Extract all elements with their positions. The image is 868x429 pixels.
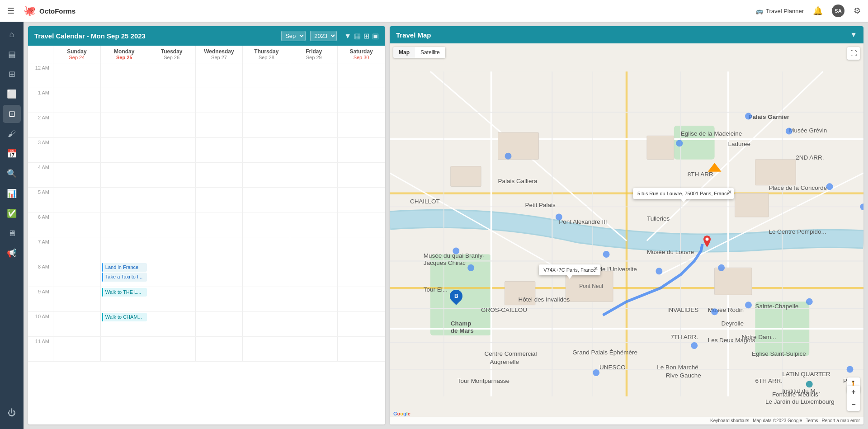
cal-cell-9-4[interactable] (243, 287, 290, 311)
cal-cell-2-3[interactable] (196, 113, 243, 137)
cal-cell-5-3[interactable] (196, 188, 243, 212)
cal-cell-8-5[interactable] (290, 262, 338, 287)
cal-cell-3-6[interactable] (338, 138, 385, 162)
map-pin-b[interactable]: B (450, 290, 462, 302)
cal-cell-4-2[interactable] (148, 163, 196, 187)
cal-cell-4-4[interactable] (243, 163, 290, 187)
cal-cell-8-3[interactable] (196, 262, 243, 287)
cal-cell-6-3[interactable] (196, 212, 243, 237)
cal-cell-4-5[interactable] (290, 163, 338, 187)
sidebar-item-monitor[interactable]: 🖥 (3, 224, 21, 242)
cal-cell-0-3[interactable] (196, 63, 243, 88)
cal-cell-3-5[interactable] (290, 138, 338, 162)
cal-cell-6-2[interactable] (148, 212, 196, 237)
popup-close-1[interactable]: ✕ (727, 189, 732, 195)
cal-cell-7-4[interactable] (243, 237, 290, 262)
cal-cell-3-4[interactable] (243, 138, 290, 162)
cal-cell-7-1[interactable] (101, 237, 148, 262)
month-view-icon[interactable]: ▣ (372, 32, 379, 40)
cal-event[interactable]: Walk to CHAM... (102, 313, 147, 321)
cal-cell-9-2[interactable] (148, 287, 196, 311)
cal-cell-5-0[interactable] (53, 188, 101, 212)
cal-cell-2-1[interactable] (101, 113, 148, 137)
cal-cell-7-5[interactable] (290, 237, 338, 262)
cal-cell-3-0[interactable] (53, 138, 101, 162)
avatar-icon[interactable]: SA (832, 5, 844, 17)
sidebar-item-table[interactable]: ⊞ (3, 65, 21, 83)
map-report[interactable]: Report a map error (822, 418, 860, 423)
cal-cell-0-1[interactable] (101, 63, 148, 88)
travel-planner-button[interactable]: 🚌 Travel Planner (756, 8, 804, 14)
cal-cell-6-5[interactable] (290, 212, 338, 237)
cal-cell-9-3[interactable] (196, 287, 243, 311)
year-select[interactable]: 20232024 (310, 31, 337, 41)
sidebar-item-forms[interactable]: ▤ (3, 45, 21, 63)
cal-cell-11-1[interactable] (101, 337, 148, 361)
cal-cell-11-5[interactable] (290, 337, 338, 361)
popup-close-2[interactable]: ✕ (594, 265, 598, 272)
cal-cell-2-2[interactable] (148, 113, 196, 137)
cal-cell-8-6[interactable] (338, 262, 385, 287)
cal-cell-6-1[interactable] (101, 212, 148, 237)
cal-cell-10-0[interactable] (53, 312, 101, 336)
cal-cell-5-6[interactable] (338, 188, 385, 212)
cal-cell-8-4[interactable] (243, 262, 290, 287)
sidebar-item-search[interactable]: 🔍 (3, 165, 21, 183)
cal-cell-1-3[interactable] (196, 88, 243, 113)
cal-cell-2-0[interactable] (53, 113, 101, 137)
cal-cell-1-0[interactable] (53, 88, 101, 113)
map-expand-button[interactable]: ⛶ (847, 47, 860, 60)
sidebar-item-paint[interactable]: 🖌 (3, 125, 21, 143)
cal-cell-1-2[interactable] (148, 88, 196, 113)
cal-cell-3-3[interactable] (196, 138, 243, 162)
cal-cell-10-5[interactable] (290, 312, 338, 336)
cal-cell-9-6[interactable] (338, 287, 385, 311)
keyboard-shortcuts[interactable]: Keyboard shortcuts (710, 418, 749, 423)
cal-cell-10-2[interactable] (148, 312, 196, 336)
filter-icon[interactable]: ▼ (344, 32, 351, 40)
sidebar-item-home[interactable]: ⌂ (3, 25, 21, 43)
cal-cell-10-3[interactable] (196, 312, 243, 336)
cal-event[interactable]: Take a Taxi to t... (102, 273, 147, 281)
cal-cell-2-4[interactable] (243, 113, 290, 137)
sidebar-item-calendar[interactable]: 📅 (3, 145, 21, 163)
cal-cell-0-5[interactable] (290, 63, 338, 88)
cal-cell-10-1[interactable]: Walk to CHAM... (101, 312, 148, 336)
cal-event[interactable]: Walk to THE L... (102, 288, 147, 297)
cal-cell-8-2[interactable] (148, 262, 196, 287)
cal-cell-4-3[interactable] (196, 163, 243, 187)
cal-cell-6-0[interactable] (53, 212, 101, 237)
sidebar-item-power[interactable]: ⏻ (3, 404, 21, 422)
map-type-map[interactable]: Map (393, 47, 415, 58)
cal-cell-1-1[interactable] (101, 88, 148, 113)
cal-cell-1-5[interactable] (290, 88, 338, 113)
cal-cell-1-4[interactable] (243, 88, 290, 113)
day-view-icon[interactable]: ▦ (354, 32, 361, 40)
cal-cell-4-0[interactable] (53, 163, 101, 187)
cal-cell-7-6[interactable] (338, 237, 385, 262)
cal-event[interactable]: Land in France (102, 263, 147, 272)
cal-cell-3-2[interactable] (148, 138, 196, 162)
cal-cell-11-6[interactable] (338, 337, 385, 361)
sidebar-item-window[interactable]: ⬜ (3, 85, 21, 103)
month-select[interactable]: SepOctNovDec (281, 31, 306, 41)
cal-cell-0-2[interactable] (148, 63, 196, 88)
cal-cell-9-5[interactable] (290, 287, 338, 311)
cal-cell-7-0[interactable] (53, 237, 101, 262)
cal-cell-11-2[interactable] (148, 337, 196, 361)
cal-cell-5-4[interactable] (243, 188, 290, 212)
cal-cell-4-6[interactable] (338, 163, 385, 187)
cal-cell-9-0[interactable] (53, 287, 101, 311)
cal-cell-0-4[interactable] (243, 63, 290, 88)
menu-icon[interactable]: ☰ (7, 6, 14, 16)
cal-cell-8-0[interactable] (53, 262, 101, 287)
zoom-out-button[interactable]: − (847, 398, 860, 411)
cal-cell-11-3[interactable] (196, 337, 243, 361)
cal-cell-6-4[interactable] (243, 212, 290, 237)
user-avatar[interactable]: SA (832, 5, 844, 17)
zoom-in-button[interactable]: + (847, 386, 860, 398)
cal-cell-3-1[interactable] (101, 138, 148, 162)
map-terms[interactable]: Terms (806, 418, 818, 423)
cal-cell-8-1[interactable]: Land in FranceTake a Taxi to t... (101, 262, 148, 287)
cal-cell-5-5[interactable] (290, 188, 338, 212)
